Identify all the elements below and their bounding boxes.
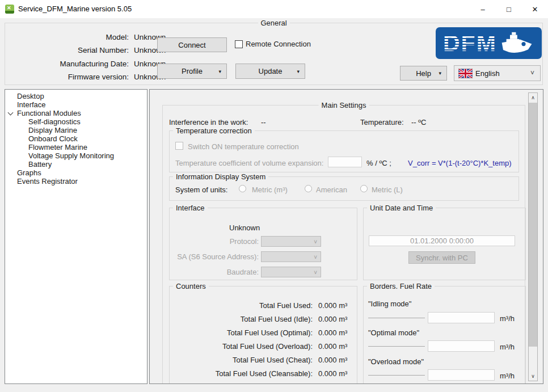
remote-connection-checkbox[interactable] (235, 40, 243, 48)
serial-row: Serial Number: Unknown (7, 44, 166, 57)
uk-flag-icon (458, 69, 473, 78)
interference-label: Interference in the work: (169, 118, 248, 127)
ship-icon (501, 31, 533, 55)
sa-source-address-label: SA (S6 Source Address): (170, 252, 259, 261)
overload-mode-label: "Overload mode" (368, 357, 424, 366)
temperature-value: -- ºC (411, 118, 426, 127)
tree-item-onboard-clock[interactable]: Onboard Clock (5, 134, 147, 143)
remote-connection-label: Remote Connection (246, 40, 311, 48)
correction-formula: V_corr = V*(1-(t-20°C)*K_temp) (408, 159, 512, 167)
help-button[interactable]: Help ▾ (400, 66, 447, 81)
model-label: Model: (7, 33, 129, 41)
serial-label: Serial Number: (7, 46, 129, 54)
divider (368, 375, 425, 376)
interface-status: Unknown (229, 224, 260, 232)
counter-row: Total Fuel Used:0.000 m³ (170, 301, 347, 310)
titlebar: ✕ Service_DFM_Marine version 5.05 – □ ✕ (0, 0, 548, 18)
dropdown-arrow-icon: ▾ (218, 69, 221, 74)
scroll-up-button[interactable]: ∧ (529, 93, 537, 102)
coefficient-label: Temperature coefficient of volume expans… (175, 159, 323, 167)
chevron-down-icon: ˅ (314, 238, 317, 245)
tree-item-display-marine[interactable]: Display Marine (5, 126, 147, 134)
connect-button[interactable]: Connect (157, 37, 227, 52)
idling-mode-input[interactable] (428, 312, 495, 323)
counter-row: Total Fuel Used (Cleansable):0.000 m³ (170, 369, 347, 378)
optimal-mode-label: "Optimal mode" (368, 328, 419, 337)
baudrate-label: Baudrate: (170, 268, 259, 276)
tree-item-flowmeter-marine[interactable]: Flowmeter Marine (5, 143, 147, 151)
language-value: English (475, 69, 500, 78)
sync-with-pc-button[interactable]: Synchr. with PC (408, 251, 475, 264)
close-button[interactable]: ✕ (522, 0, 548, 18)
maximize-button[interactable]: □ (496, 0, 522, 18)
general-group-label: General (258, 19, 289, 27)
radio-american-label: American (316, 186, 347, 194)
unit-datetime-title: Unit Date and Time (367, 204, 436, 212)
profile-button[interactable]: Profile ▾ (157, 64, 227, 79)
fuel-rate-group: Borders. Fuel Rate "Idling mode" m³/h "O… (363, 286, 526, 384)
radio-american[interactable] (305, 185, 312, 192)
tree-item-events-registrator[interactable]: Events Registrator (5, 177, 147, 186)
information-display-title: Information Display System (173, 172, 268, 181)
information-display-group: Information Display System System of uni… (169, 176, 519, 201)
counters-group: Counters Total Fuel Used:0.000 m³ Total … (169, 286, 357, 384)
interference-value: -- (261, 118, 266, 127)
divider (368, 318, 425, 318)
main-settings-label: Main Settings (319, 101, 369, 109)
protocol-select[interactable]: ˅ (261, 236, 321, 247)
counter-row: Total Fuel Used (Overload):0.000 m³ (170, 342, 347, 351)
app-window: ✕ Service_DFM_Marine version 5.05 – □ ✕ … (0, 0, 548, 392)
sa-source-address-select[interactable]: ˅ (261, 251, 321, 262)
interface-title: Interface (173, 204, 208, 212)
minimize-button[interactable]: – (470, 0, 496, 18)
navigation-tree: Desktop Interface Functional Modules Sel… (5, 89, 147, 384)
radio-metric-m3[interactable] (239, 185, 246, 192)
overload-mode-unit: m³/h (500, 372, 515, 380)
tree-item-graphs[interactable]: Graphs (5, 168, 147, 177)
system-of-units-label: System of units: (175, 186, 227, 194)
scrollbar-thumb[interactable] (529, 103, 537, 347)
idling-mode-label: "Idling mode" (368, 300, 411, 308)
vertical-scrollbar[interactable]: ∧ ∨ (528, 92, 538, 381)
divider (368, 346, 425, 347)
language-select[interactable]: English ˅ (454, 65, 541, 81)
tree-item-interface[interactable]: Interface (5, 100, 147, 109)
window-title: Service_DFM_Marine version 5.05 (18, 0, 132, 18)
dfm-logo: DFM (436, 27, 542, 59)
chevron-down-icon[interactable] (8, 110, 14, 116)
temperature-correction-title: Temperature correction (173, 127, 255, 135)
optimal-mode-unit: m³/h (500, 343, 515, 351)
dropdown-arrow-icon: ▾ (439, 70, 441, 76)
mfg-date-row: Manufacturing Date: Unknown (7, 57, 166, 70)
idling-mode-unit: m³/h (500, 314, 515, 323)
fuel-rate-title: Borders. Fuel Rate (367, 282, 435, 290)
switch-temperature-correction-checkbox[interactable] (175, 142, 183, 150)
app-icon: ✕ (5, 5, 14, 14)
main-settings-panel: Main Settings Interference in the work: … (149, 89, 543, 384)
unit-datetime-input[interactable] (369, 235, 515, 246)
update-button[interactable]: Update ▾ (235, 64, 305, 79)
optimal-mode-input[interactable] (428, 340, 495, 352)
counter-row: Total Fuel Used (Idle):0.000 m³ (170, 315, 347, 323)
dfm-logo-text: DFM (443, 31, 497, 56)
tree-item-functional-modules[interactable]: Functional Modules (5, 109, 147, 117)
tree-item-desktop[interactable]: Desktop (5, 92, 147, 100)
tree-item-self-diagnostics[interactable]: Self-diagnostics (5, 117, 147, 126)
mfg-date-label: Manufacturing Date: (7, 60, 129, 68)
unit-datetime-group: Unit Date and Time Synchr. with PC (363, 208, 526, 280)
tree-item-voltage-supply-monitoring[interactable]: Voltage Supply Monitoring (5, 151, 147, 160)
protocol-label: Protocol: (170, 237, 259, 246)
coefficient-input[interactable] (328, 157, 362, 167)
counter-row: Total Fuel Used (Optimal):0.000 m³ (170, 328, 347, 337)
radio-metric-l[interactable] (360, 185, 368, 192)
chevron-down-icon: ˅ (314, 254, 317, 260)
overload-mode-input[interactable] (428, 369, 495, 381)
dropdown-arrow-icon: ▾ (297, 69, 300, 74)
temperature-correction-group: Temperature correction Switch ON tempera… (169, 130, 519, 172)
chevron-down-icon: ˅ (314, 269, 317, 275)
scroll-down-button[interactable]: ∨ (529, 372, 537, 381)
baudrate-select[interactable]: ˅ (261, 267, 321, 277)
coefficient-units: % / ºC ; (366, 159, 391, 167)
tree-item-battery[interactable]: Battery (5, 160, 147, 168)
main-settings-group: Main Settings Interference in the work: … (162, 105, 525, 384)
